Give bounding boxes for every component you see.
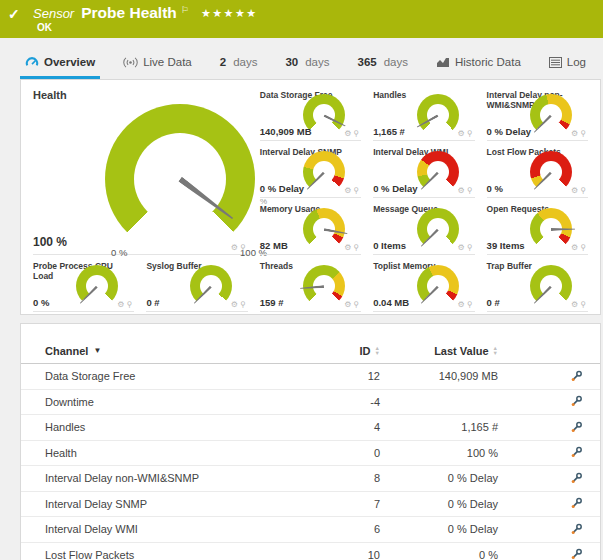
gauge-tile-trap-buffer[interactable]: Trap Buffer 0 # ⚙⚲ [487,259,588,312]
channel-id: 8 [374,472,380,484]
pin-icon[interactable]: ⚲ [353,187,359,195]
gauge-value: 0 % [487,183,503,194]
channels-table: Channel ▼ ID ▲▼ Last Value ▲▼ Data Stora… [20,323,601,560]
gauge-tile-interval-delay-non-wmi-snmp[interactable]: Interval Delay non-WMI&SNMP 0 % Delay ⚙⚲ [487,88,588,141]
channel-settings-icon[interactable] [570,548,583,560]
tab-overview[interactable]: Overview [20,55,100,79]
channel-settings-icon[interactable] [570,370,583,383]
channel-settings-icon[interactable] [570,421,583,434]
table-row[interactable]: Handles 4 1,165 # [21,415,600,441]
pin-icon[interactable]: ⚲ [353,301,359,309]
gauge-value: 82 MB [260,240,288,251]
gauge-tile-open-requests[interactable]: Open Requests 39 Items ⚙⚲ [487,202,588,255]
gear-icon[interactable]: ⚙ [231,244,238,252]
pin-icon[interactable]: ⚲ [240,244,246,252]
pin-icon[interactable]: ⚲ [580,187,586,195]
gauge-tile-probe-process-cpu-load[interactable]: Probe Process CPU Load 0 % ⚙⚲ [33,259,134,312]
channel-name: Health [45,447,325,459]
tab-30-days[interactable]: 30 days [280,56,334,79]
pin-icon[interactable]: ⚲ [467,187,473,195]
gauge-tile-interval-delay-wmi[interactable]: Interval Delay WMI 0 % Delay ⚙⚲ [373,145,474,198]
channel-settings-icon[interactable] [570,497,583,510]
tab-historic-data[interactable]: Historic Data [431,56,526,79]
gear-icon[interactable]: ⚙ [571,130,578,138]
pin-icon[interactable]: ⚲ [580,301,586,309]
gear-icon[interactable]: ⚙ [571,187,578,195]
pin-icon[interactable]: ⚲ [353,244,359,252]
gauge-value: 0 % Delay [373,183,417,194]
channel-last-value: 1,165 # [461,421,498,433]
sort-icon: ▲▼ [493,346,498,355]
tab-2-days[interactable]: 2 days [215,56,263,79]
channel-last-value: 140,909 MB [439,370,498,382]
channel-id: 12 [368,370,380,382]
column-header-channel[interactable]: Channel ▼ [45,345,325,357]
gauge-tile-toplist-memory[interactable]: Toplist Memory 0.04 MB ⚙⚲ [373,259,474,312]
tab-log[interactable]: Log [544,56,591,79]
gear-icon[interactable]: ⚙ [344,130,351,138]
gear-icon[interactable]: ⚙ [458,244,465,252]
pin-icon[interactable]: ⚲ [580,130,586,138]
table-row[interactable]: Interval Delay non-WMI&SNMP 8 0 % Delay [21,466,600,492]
tab-live-data[interactable]: Live Data [118,56,197,79]
gauge-tile-health[interactable]: Health 0 % 100 % % 100 % ⚙ ⚲ [33,88,248,255]
gear-icon[interactable]: ⚙ [344,301,351,309]
gauges-panel: Health 0 % 100 % % 100 % ⚙ ⚲ Data Storag… [20,79,601,315]
gear-icon[interactable]: ⚙ [231,301,238,309]
gear-icon[interactable]: ⚙ [458,130,465,138]
gauge-tile-lost-flow-packets[interactable]: Lost Flow Packets 0 % ⚙⚲ [487,145,588,198]
gauge-tile-memory-usage[interactable]: Memory Usage 82 MB ⚙⚲ [260,202,361,255]
gauge-title: Health [33,88,248,100]
channel-settings-icon[interactable] [570,472,583,485]
gauge-value: 159 # [260,297,284,308]
table-row[interactable]: Interval Delay WMI 6 0 % Delay [21,517,600,543]
table-row[interactable]: Lost Flow Packets 10 0 % [21,543,600,560]
gauge-value: 100 % [33,235,67,249]
channel-id: 4 [374,421,380,433]
pin-icon[interactable]: ⚲ [467,301,473,309]
bar-chart-icon [436,56,450,68]
gauge-dial [303,151,345,193]
gear-icon[interactable]: ⚙ [117,301,124,309]
gauge-dial [303,265,345,307]
column-header-id[interactable]: ID ▲▼ [360,345,380,357]
table-row[interactable]: Data Storage Free 12 140,909 MB [21,364,600,390]
channel-settings-icon[interactable] [570,523,583,536]
channel-last-value: 0 % Delay [448,498,498,510]
gauge-tile-message-queue[interactable]: Message Queue 0 Items ⚙⚲ [373,202,474,255]
gauge-tile-syslog-buffer[interactable]: Syslog Buffer 0 # ⚙⚲ [146,259,247,312]
pin-icon[interactable]: ⚲ [580,244,586,252]
gear-icon[interactable]: ⚙ [344,187,351,195]
gauge-tile-threads[interactable]: Threads 159 # ⚙⚲ [260,259,361,312]
flag-icon[interactable]: ⚐ [181,5,189,15]
gauge-min-label: 0 % [111,247,127,258]
table-row[interactable]: Health 0 100 % [21,441,600,467]
pin-icon[interactable]: ⚲ [467,244,473,252]
channel-name: Interval Delay WMI [45,523,325,535]
gear-icon[interactable]: ⚙ [571,301,578,309]
pin-icon[interactable]: ⚲ [353,130,359,138]
channel-settings-icon[interactable] [570,395,583,408]
table-row[interactable]: Interval Delay SNMP 7 0 % Delay [21,492,600,518]
log-list-icon [549,57,562,68]
ok-check-icon: ✓ [8,6,20,22]
table-row[interactable]: Downtime -4 [21,390,600,416]
gear-icon[interactable]: ⚙ [344,244,351,252]
pin-icon[interactable]: ⚲ [467,130,473,138]
gear-icon[interactable]: ⚙ [571,244,578,252]
gear-icon[interactable]: ⚙ [458,301,465,309]
gauge-tile-interval-delay-snmp[interactable]: Interval Delay SNMP 0 % Delay ⚙⚲ [260,145,361,198]
gauge-tile-handles[interactable]: Handles 1,165 # ⚙⚲ [373,88,474,141]
priority-stars-icon[interactable]: ★★★★★ [201,7,258,20]
gear-icon[interactable]: ⚙ [458,187,465,195]
tab-365-days[interactable]: 365 days [352,56,412,79]
pin-icon[interactable]: ⚲ [127,301,133,309]
channel-name: Downtime [45,396,325,408]
channel-settings-icon[interactable] [570,446,583,459]
table-header-row: Channel ▼ ID ▲▼ Last Value ▲▼ [21,338,600,364]
channel-name: Interval Delay SNMP [45,498,325,510]
gauge-tile-data-storage-free[interactable]: Data Storage Free 140,909 MB ⚙⚲ [260,88,361,141]
gauge-value: 0.04 MB [373,297,409,308]
pin-icon[interactable]: ⚲ [240,301,246,309]
column-header-last-value[interactable]: Last Value ▲▼ [434,345,498,357]
